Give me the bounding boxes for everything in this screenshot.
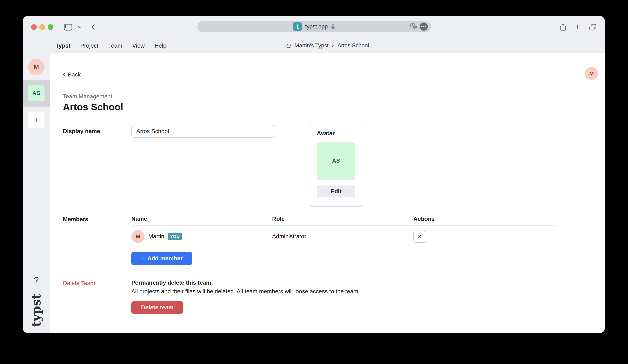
add-member-label: Add member xyxy=(148,255,183,262)
sidebar-add-team-button[interactable]: + xyxy=(28,112,45,128)
extensions-more-icon[interactable]: ••• xyxy=(420,22,428,31)
sidebar-toggle-icon[interactable] xyxy=(64,24,72,30)
column-actions: Actions xyxy=(413,216,554,222)
share-icon[interactable] xyxy=(560,23,566,31)
back-link[interactable]: Back xyxy=(63,71,80,78)
members-section: Members Name Role Actions M Martin YOU xyxy=(63,216,605,265)
workspace-sidebar: M AS + ? typst xyxy=(23,53,50,333)
account-avatar[interactable]: M xyxy=(585,67,598,80)
sidebar-team-avatar[interactable]: AS xyxy=(28,85,45,101)
back-label: Back xyxy=(68,71,80,78)
column-name: Name xyxy=(131,216,272,222)
delete-team-button[interactable]: Delete team xyxy=(131,301,183,314)
tab-overview-icon[interactable] xyxy=(589,24,596,30)
breadcrumb-current[interactable]: Artos School xyxy=(337,42,369,49)
breadcrumb-separator: > xyxy=(331,42,335,49)
url-text: typst.app xyxy=(305,23,328,30)
address-bar[interactable]: t typst.app A 文 xyxy=(197,21,431,32)
members-table: Name Role Actions M Martin YOU Administr… xyxy=(131,216,554,265)
member-avatar: M xyxy=(131,230,145,243)
column-role: Role xyxy=(272,216,413,222)
minimize-window-button[interactable] xyxy=(39,24,45,30)
add-member-button[interactable]: + Add member xyxy=(131,252,192,265)
plus-icon: + xyxy=(141,254,145,262)
translate-icon[interactable]: A 文 xyxy=(410,23,417,30)
display-name-label: Display name xyxy=(63,128,131,135)
site-favicon: t xyxy=(293,22,302,31)
delete-team-label: Delete Team xyxy=(63,280,131,314)
delete-description: All projects and their files will be del… xyxy=(131,288,360,295)
edit-avatar-button[interactable]: Edit xyxy=(317,186,355,198)
delete-headline: Permanently delete this team. xyxy=(131,280,360,286)
breadcrumb: Martin's Typst > Artos School xyxy=(50,38,605,53)
app-body: M AS + ? typst M Back Team Management xyxy=(23,53,605,333)
browser-window: t typst.app A 文 xyxy=(23,16,605,333)
cloud-icon xyxy=(285,44,292,48)
breadcrumb-workspace[interactable]: Martin's Typst xyxy=(294,42,328,49)
member-role: Administrator xyxy=(272,233,413,240)
toolbar-divider xyxy=(75,24,76,30)
svg-text:文: 文 xyxy=(414,26,416,28)
member-name: Martin xyxy=(148,233,164,240)
close-window-button[interactable] xyxy=(31,24,37,30)
page-title: Artos School xyxy=(63,101,605,113)
zoom-window-button[interactable] xyxy=(48,24,53,30)
display-name-input[interactable] xyxy=(131,125,275,138)
main-panel: M Back Team Management Artos School Disp… xyxy=(50,53,605,333)
avatar-card: Avatar AS Edit xyxy=(310,125,362,207)
section-label: Team Management xyxy=(63,93,605,100)
delete-team-section: Delete Team Permanently delete this team… xyxy=(63,280,605,314)
typst-logo[interactable]: typst xyxy=(29,294,43,327)
new-tab-icon[interactable]: + xyxy=(575,23,580,32)
help-icon[interactable]: ? xyxy=(34,275,39,286)
browser-back-icon[interactable] xyxy=(91,24,95,30)
chevron-down-icon[interactable] xyxy=(78,26,82,28)
sidebar-selected-band: AS xyxy=(23,80,50,107)
back-chevron-icon xyxy=(63,72,66,77)
app-menu-bar: Typst Project Team View Help Martin's Ty… xyxy=(23,38,605,53)
you-badge: YOU xyxy=(168,233,182,240)
avatar-card-title: Avatar xyxy=(317,130,355,137)
sidebar-user-avatar[interactable]: M xyxy=(28,59,45,75)
remove-member-button[interactable]: ✕ xyxy=(413,230,426,243)
screen: t typst.app A 文 xyxy=(0,0,628,364)
members-table-header: Name Role Actions xyxy=(131,216,554,225)
table-row: M Martin YOU Administrator ✕ xyxy=(131,230,554,243)
traffic-lights xyxy=(31,24,53,30)
lock-icon xyxy=(331,24,335,29)
team-avatar-preview: AS xyxy=(317,142,355,180)
members-label: Members xyxy=(63,216,131,265)
browser-toolbar: t typst.app A 文 xyxy=(23,16,605,38)
